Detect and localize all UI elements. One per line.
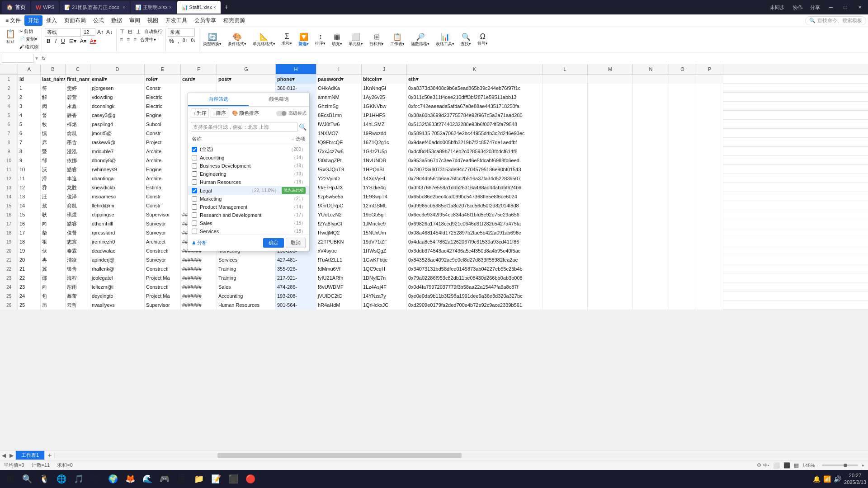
zoom-in-btn[interactable]: + (862, 463, 864, 468)
cell[interactable] (588, 129, 633, 138)
cell[interactable]: 8EcsB1mn (316, 111, 362, 120)
cell-ref-input[interactable]: 1R (2, 54, 33, 63)
italic-btn[interactable]: I (53, 38, 58, 45)
cell[interactable] (633, 102, 669, 111)
cell[interactable]: 包 (41, 291, 66, 300)
cell[interactable]: amnmNM (316, 93, 362, 102)
cell[interactable] (588, 228, 633, 237)
cell[interactable]: 冀 (41, 264, 66, 273)
new-tab-btn[interactable]: + (222, 1, 231, 14)
filter-list-item[interactable]: Legal（22, 11.0%）优先选此项 (188, 186, 309, 195)
cell[interactable]: hR4aHdM (316, 300, 362, 310)
cell[interactable]: 0x0d4fa79972037779f3b58aa22a15447fa6a8c8… (407, 282, 542, 291)
cell[interactable]: ####### (181, 291, 217, 300)
sheet-prev-btn[interactable]: ◀ (0, 452, 8, 459)
cell[interactable] (669, 93, 696, 102)
col-header-C[interactable]: C (66, 64, 90, 74)
cell[interactable]: !Q9FbrcQE (316, 138, 362, 147)
cell[interactable] (633, 111, 669, 120)
cell[interactable] (588, 156, 633, 165)
cell[interactable] (542, 120, 588, 129)
cell[interactable]: 14 (18, 201, 41, 210)
cell[interactable]: ####### (181, 300, 217, 310)
cell[interactable] (588, 192, 633, 201)
sheet-add-btn[interactable]: + (45, 451, 54, 460)
cell[interactable]: 21 (18, 264, 41, 273)
cell[interactable] (217, 84, 276, 93)
cell[interactable] (669, 228, 696, 237)
cell[interactable] (696, 246, 723, 255)
cell[interactable] (669, 291, 696, 300)
cell[interactable] (633, 228, 669, 237)
cell[interactable]: 0xd9965cb5385ef1a8c2076cc56d50f2d82014f8… (407, 201, 542, 210)
cell[interactable]: vdowding (90, 93, 145, 102)
col-header-M[interactable]: M (588, 64, 633, 74)
cell[interactable]: 乔 (41, 183, 66, 192)
win-explorer-btn[interactable]: 📁 (191, 471, 207, 487)
taskbar-network-icon[interactable]: 📶 (823, 475, 831, 483)
paste-btn[interactable]: 📋 粘贴 (4, 28, 17, 46)
view-page-btn[interactable]: ⬛ (783, 462, 790, 469)
filter-checkbox[interactable] (192, 221, 197, 226)
cell[interactable] (542, 129, 588, 138)
cell[interactable]: OHkAdKa (316, 84, 362, 93)
cell[interactable] (588, 84, 633, 93)
cell[interactable]: 355-926- (276, 264, 316, 273)
cell[interactable]: Accounting (217, 291, 276, 300)
cell[interactable]: 217-921- (276, 273, 316, 282)
cell[interactable] (588, 237, 633, 246)
cell[interactable]: role▾ (145, 75, 181, 84)
cell[interactable]: !2Ya8fypGI (316, 219, 362, 228)
col-header-O[interactable]: O (669, 64, 696, 74)
filter-search-icon[interactable]: 🔍 (299, 123, 307, 131)
cell[interactable] (542, 228, 588, 237)
cell[interactable]: 伏 (41, 246, 66, 255)
zoom-slider[interactable] (822, 465, 858, 466)
sort-asc-btn[interactable]: ↑ 升序 (191, 108, 209, 118)
row-col-btn[interactable]: ⊞ 行和列▾ (368, 32, 386, 48)
cell[interactable]: casey3@g (90, 111, 145, 120)
filter-btn[interactable]: 🔽 筛选▾ (297, 32, 311, 48)
cell[interactable]: 暨 (41, 147, 66, 156)
cell[interactable]: email▾ (90, 75, 145, 84)
cell[interactable]: ####### (181, 282, 217, 291)
cell[interactable] (669, 219, 696, 228)
cell[interactable]: 1JMncke9 (362, 219, 407, 228)
cell[interactable] (542, 210, 588, 219)
cell[interactable] (669, 192, 696, 201)
cell[interactable] (669, 237, 696, 246)
close-icon-xlsx2[interactable]: × (213, 5, 216, 10)
cell[interactable]: 汪 (41, 192, 66, 201)
cell[interactable] (669, 255, 696, 264)
fill-color-btn[interactable]: A▾ (79, 38, 88, 45)
cell[interactable]: 0xdcf8d453ca89b714eb2c0285934203fbdcf614… (407, 147, 542, 156)
cell[interactable] (588, 255, 633, 264)
cell[interactable] (588, 138, 633, 147)
cell[interactable]: Constr (145, 129, 181, 138)
cell[interactable]: ctippingse (90, 210, 145, 219)
align-center-btn[interactable]: ≡ (125, 36, 131, 43)
align-bottom-btn[interactable]: ⊥ (135, 28, 142, 35)
cell[interactable]: dconningk (90, 102, 145, 111)
cell[interactable]: 1G4zZU5p (362, 147, 407, 156)
cell[interactable]: jVUIDC2tC (316, 291, 362, 300)
cell[interactable] (633, 84, 669, 93)
cell[interactable] (588, 282, 633, 291)
cell[interactable] (633, 75, 669, 84)
cell[interactable]: 474-286- (276, 282, 316, 291)
cell[interactable]: Training (217, 273, 276, 282)
cell[interactable]: 琪煜 (66, 210, 90, 219)
filter-ok-btn[interactable]: 确定 (263, 238, 284, 248)
cell[interactable]: 0x9daef40addd005bfb3219b7f2c85747de1aedf… (407, 138, 542, 147)
cell[interactable]: !XnrDLRpC (316, 201, 362, 210)
cell[interactable]: id (18, 75, 41, 84)
cell[interactable] (669, 156, 696, 165)
type-convert-btn[interactable]: 🔄 类型转换▾ (201, 32, 223, 48)
filter-checkbox[interactable] (192, 196, 197, 202)
cell[interactable] (669, 84, 696, 93)
spell-icon[interactable]: 中- (763, 462, 769, 469)
taskbar-clock[interactable]: 20:27 2025/2/13 (844, 472, 866, 486)
sheet-tab-1[interactable]: 工作表1 (15, 450, 45, 460)
filter-list-item[interactable]: Accounting（14） (188, 154, 309, 162)
cell[interactable] (633, 300, 669, 310)
